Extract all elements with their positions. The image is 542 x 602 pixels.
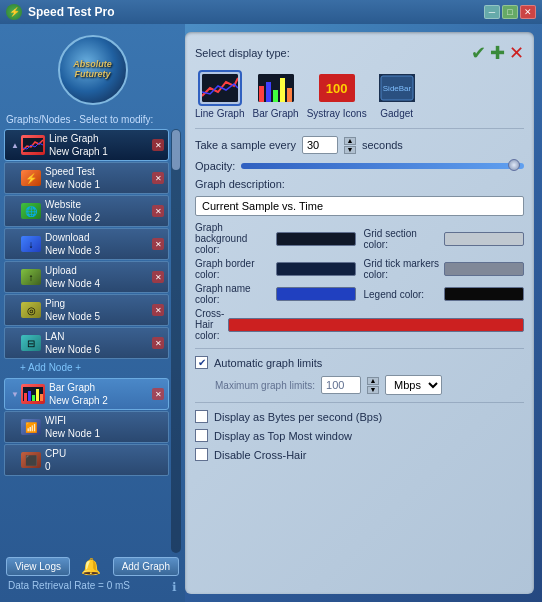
close-node-speed[interactable]: ✕ (152, 172, 164, 184)
type-bar-graph[interactable]: Bar Graph (252, 70, 298, 119)
svg-rect-12 (280, 78, 285, 102)
desc-label-row: Graph description: (195, 178, 524, 190)
svg-rect-6 (40, 394, 43, 401)
scrollbar-thumb[interactable] (172, 130, 180, 170)
close-group-line[interactable]: ✕ (152, 139, 164, 151)
node-upload[interactable]: ↑ Upload New Node 4 ✕ (4, 261, 169, 293)
sample-up[interactable]: ▲ (344, 137, 356, 145)
graph-name-line: Line Graph (49, 132, 150, 145)
max-spinner: ▲ ▼ (367, 377, 379, 394)
sample-input[interactable] (302, 136, 338, 154)
bar-graph-preview (258, 74, 294, 102)
sample-spinner: ▲ ▼ (344, 137, 356, 154)
bell-icon: 🔔 (81, 557, 101, 576)
graph-header-line-text: Line Graph New Graph 1 (49, 132, 150, 158)
maximize-button[interactable]: □ (502, 5, 518, 19)
view-logs-button[interactable]: View Logs (6, 557, 70, 576)
bg-color-swatch[interactable] (276, 232, 356, 246)
svg-rect-4 (32, 395, 35, 401)
auto-limits-checkbox[interactable]: ✔ (195, 356, 208, 369)
cancel-type-button[interactable]: ✕ (509, 42, 524, 64)
disable-crosshair-checkbox[interactable] (195, 448, 208, 461)
add-graph-button[interactable]: Add Graph (113, 557, 179, 576)
type-gadget-label: Gadget (380, 108, 413, 119)
close-node-website[interactable]: ✕ (152, 205, 164, 217)
info-icon[interactable]: ℹ (172, 580, 177, 594)
logo-text: AbsoluteFuturety (73, 60, 112, 80)
node-cpu[interactable]: ⬛ CPU 0 (4, 444, 169, 476)
display-bytes-row: Display as Bytes per second (Bps) (195, 410, 524, 423)
close-group-bar[interactable]: ✕ (152, 388, 164, 400)
unit-select[interactable]: Mbps Kbps Gbps Bps (385, 375, 442, 395)
node-ping[interactable]: ◎ Ping New Node 5 ✕ (4, 294, 169, 326)
add-type-button[interactable]: ✚ (490, 42, 505, 64)
sample-down[interactable]: ▼ (344, 146, 356, 154)
tick-color-item: Grid tick markers color: (364, 258, 525, 280)
type-systray-label: Systray Icons (307, 108, 367, 119)
name-color-swatch[interactable] (276, 287, 356, 301)
window-title: Speed Test Pro (28, 5, 478, 19)
status-bar: Data Retrieval Rate = 0 mS ℹ (4, 578, 181, 596)
close-button[interactable]: ✕ (520, 5, 536, 19)
systray-preview: 100 (319, 74, 355, 102)
grid-color-swatch[interactable] (444, 232, 524, 246)
max-down[interactable]: ▼ (367, 386, 379, 394)
window-controls: ─ □ ✕ (484, 5, 536, 19)
minimize-button[interactable]: ─ (484, 5, 500, 19)
type-line-graph[interactable]: Line Graph (195, 70, 244, 119)
legend-color-label: Legend color: (364, 289, 441, 300)
sidebar: AbsoluteFuturety Graphs/Nodes - Select t… (0, 24, 185, 602)
lan-text: LAN New Node 6 (45, 330, 150, 356)
type-gadget[interactable]: SideBar Gadget (375, 70, 419, 119)
wifi-text: WIFI New Node 1 (45, 414, 164, 440)
main-container: AbsoluteFuturety Graphs/Nodes - Select t… (0, 24, 542, 602)
graph-desc-input[interactable] (195, 196, 524, 216)
auto-limits-row: ✔ Automatic graph limits (195, 356, 524, 369)
max-value-input[interactable] (321, 376, 361, 394)
node-download[interactable]: ↓ Download New Node 3 ✕ (4, 228, 169, 260)
tick-color-swatch[interactable] (444, 262, 524, 276)
collapse-arrow-line[interactable]: ▲ (9, 139, 21, 151)
display-bytes-checkbox[interactable] (195, 410, 208, 423)
top-most-checkbox[interactable] (195, 429, 208, 442)
wifi-icon: 📶 (21, 419, 41, 435)
upload-text: Upload New Node 4 (45, 264, 150, 290)
add-node-button-line[interactable]: + Add Node + (4, 359, 169, 376)
legend-color-swatch[interactable] (444, 287, 524, 301)
type-bar-graph-label: Bar Graph (252, 108, 298, 119)
crosshair-color-item: Cross-Hair color: (195, 308, 524, 341)
graph-header-bar[interactable]: ▼ Bar Graph (4, 378, 169, 410)
opacity-thumb[interactable] (508, 159, 520, 171)
graph-subname-line: New Graph 1 (49, 145, 150, 158)
confirm-button[interactable]: ✔ (471, 42, 486, 64)
auto-limits-label: Automatic graph limits (214, 357, 322, 369)
node-wifi[interactable]: 📶 WIFI New Node 1 (4, 411, 169, 443)
crosshair-color-swatch[interactable] (228, 318, 524, 332)
type-systray[interactable]: 100 Systray Icons (307, 70, 367, 119)
svg-rect-13 (287, 88, 292, 102)
node-website[interactable]: 🌐 Website New Node 2 ✕ (4, 195, 169, 227)
graph-header-line[interactable]: ▲ Line Graph New Graph 1 ✕ (4, 129, 169, 161)
sidebar-bottom: View Logs 🔔 Add Graph (4, 553, 181, 578)
graph-group-bar: ▼ Bar Graph (4, 378, 169, 476)
opacity-label: Opacity: (195, 160, 235, 172)
node-lan[interactable]: ⊟ LAN New Node 6 ✕ (4, 327, 169, 359)
svg-rect-9 (259, 86, 264, 102)
close-node-upload[interactable]: ✕ (152, 271, 164, 283)
bg-color-label: Graph background color: (195, 222, 272, 255)
collapse-arrow-bar[interactable]: ▼ (9, 388, 21, 400)
name-color-label: Graph name color: (195, 283, 272, 305)
ping-text: Ping New Node 5 (45, 297, 150, 323)
grid-color-item: Grid section color: (364, 222, 525, 255)
opacity-slider[interactable] (241, 163, 524, 169)
lan-icon: ⊟ (21, 335, 41, 351)
node-speed-test[interactable]: ⚡ Speed Test New Node 1 ✕ (4, 162, 169, 194)
max-up[interactable]: ▲ (367, 377, 379, 385)
grid-color-label: Grid section color: (364, 228, 441, 250)
scrollbar-track[interactable] (171, 129, 181, 553)
border-color-swatch[interactable] (276, 262, 356, 276)
close-node-lan[interactable]: ✕ (152, 337, 164, 349)
type-line-graph-label: Line Graph (195, 108, 244, 119)
close-node-download[interactable]: ✕ (152, 238, 164, 250)
close-node-ping[interactable]: ✕ (152, 304, 164, 316)
